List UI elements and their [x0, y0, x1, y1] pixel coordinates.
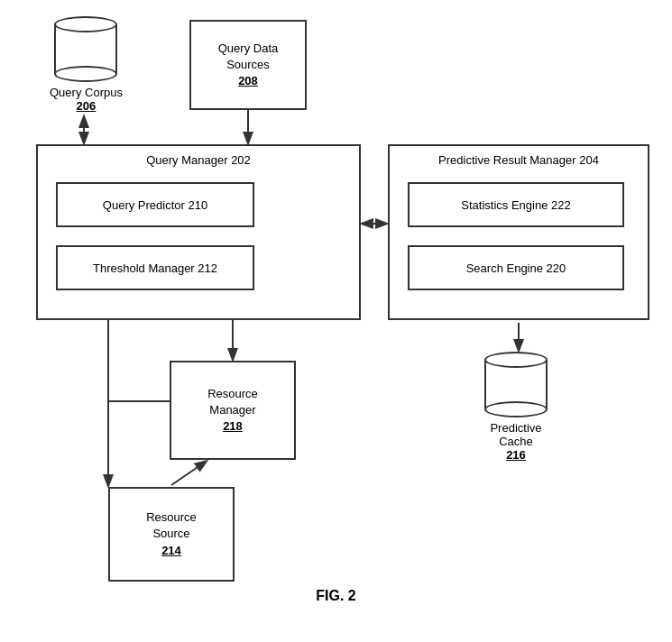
- query-manager-box: Query Manager 202 Query Predictor 210 Th…: [36, 144, 361, 320]
- diagram: Query Corpus 206 Query Data Sources 208 …: [0, 0, 672, 613]
- cyl-bottom: [54, 66, 117, 82]
- query-manager-label: Query Manager 202: [146, 153, 251, 167]
- threshold-manager-box: Threshold Manager 212: [56, 245, 254, 290]
- figure-label: FIG. 2: [0, 588, 672, 604]
- predictive-cache-node: Predictive Cache 216: [484, 352, 548, 462]
- pred-cyl-bottom: [484, 401, 548, 417]
- pred-cyl-top: [484, 352, 548, 368]
- search-engine-box: Search Engine 220: [408, 245, 624, 290]
- query-corpus-node: Query Corpus 206: [50, 16, 123, 113]
- predictive-cache-label: Predictive Cache 216: [490, 421, 541, 462]
- resource-source-box: Resource Source 214: [108, 487, 235, 582]
- predictive-result-manager-label: Predictive Result Manager 204: [438, 153, 599, 167]
- predictive-result-manager-box: Predictive Result Manager 204 Statistics…: [388, 144, 649, 320]
- svg-line-8: [171, 462, 206, 485]
- statistics-engine-box: Statistics Engine 222: [408, 182, 624, 227]
- query-data-sources-node: Query Data Sources 208: [189, 20, 307, 110]
- query-predictor-box: Query Predictor 210: [56, 182, 254, 227]
- resource-manager-box: Resource Manager 218: [170, 361, 296, 460]
- query-corpus-label: Query Corpus 206: [50, 86, 123, 113]
- cyl-top: [54, 16, 117, 32]
